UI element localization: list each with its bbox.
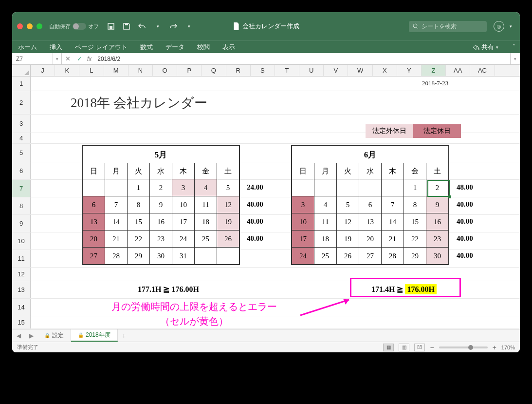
calendar-cell[interactable]: 23 <box>426 231 449 248</box>
calendar-cell[interactable]: 20 <box>83 231 105 248</box>
col-header-R[interactable]: R <box>226 65 251 76</box>
calendar-cell[interactable]: 26 <box>217 231 239 248</box>
calendar-cell[interactable] <box>195 248 217 265</box>
calendar-cell[interactable]: 31 <box>172 248 195 265</box>
search-input[interactable]: シートを検索 <box>409 21 487 32</box>
calendar-cell[interactable]: 15 <box>404 213 426 231</box>
calendar-cell[interactable]: 28 <box>382 248 404 265</box>
row-header-4[interactable]: 4 <box>12 133 31 143</box>
calendar-cell[interactable]: 13 <box>359 213 382 231</box>
calendar-cell[interactable]: 10 <box>292 213 314 231</box>
add-sheet-button[interactable]: + <box>118 332 130 340</box>
row-header-11[interactable]: 11 <box>12 250 31 267</box>
expand-formula-bar[interactable]: ▾ <box>510 53 520 64</box>
sheet-tab-settings[interactable]: 🔒設定 <box>37 329 71 342</box>
row-header-1[interactable]: 1 <box>12 77 31 91</box>
calendar-cell[interactable]: 4 <box>195 179 217 196</box>
calendar-cell[interactable]: 20 <box>359 231 382 248</box>
calendar-cell[interactable]: 17 <box>292 231 314 248</box>
user-dropdown[interactable]: ▾ <box>506 22 515 31</box>
calendar-cell[interactable]: 16 <box>150 213 172 231</box>
row-header-15[interactable]: 15 <box>12 316 31 328</box>
col-header-V[interactable]: V <box>324 65 348 76</box>
row-header-12[interactable]: 12 <box>12 268 31 281</box>
calendar-cell[interactable] <box>217 248 239 265</box>
col-header-O[interactable]: O <box>153 65 177 76</box>
row-header-3[interactable]: 3 <box>12 115 31 133</box>
undo-icon[interactable] <box>138 22 147 31</box>
view-page-layout-button[interactable]: ▥ <box>399 344 409 351</box>
calendar-cell[interactable]: 18 <box>314 231 337 248</box>
calendar-cell[interactable]: 29 <box>128 248 150 265</box>
calendar-cell[interactable] <box>83 179 105 196</box>
calendar-cell[interactable]: 8 <box>404 196 426 213</box>
calendar-cell[interactable]: 1 <box>404 179 426 196</box>
col-header-L[interactable]: L <box>79 65 104 76</box>
calendar-cell[interactable] <box>337 179 359 196</box>
calendar-cell[interactable]: 1 <box>128 179 150 196</box>
calendar-cell[interactable]: 9 <box>426 196 449 213</box>
calendar-cell[interactable]: 15 <box>128 213 150 231</box>
calendar-cell[interactable]: 6 <box>359 196 382 213</box>
col-header-J[interactable]: J <box>31 65 55 76</box>
redo-dropdown[interactable]: ▾ <box>184 22 193 31</box>
col-header-W[interactable]: W <box>348 65 372 76</box>
tab-home[interactable]: ホーム <box>17 42 38 53</box>
calendar-cell[interactable]: 3 <box>172 179 195 196</box>
calendar-cell[interactable]: 7 <box>105 196 128 213</box>
calendar-cell[interactable]: 27 <box>359 248 382 265</box>
calendar-cell[interactable] <box>382 179 404 196</box>
calendar-cell[interactable]: 7 <box>382 196 404 213</box>
calendar-cell[interactable]: 29 <box>404 248 426 265</box>
name-box-dropdown[interactable]: ▾ <box>53 53 62 64</box>
col-header-N[interactable]: N <box>128 65 153 76</box>
calendar-cell[interactable] <box>314 179 337 196</box>
calendar-cell[interactable]: 22 <box>128 231 150 248</box>
calendar-cell[interactable]: 5 <box>217 179 239 196</box>
save-icon[interactable] <box>122 22 131 31</box>
view-normal-button[interactable]: ▦ <box>383 344 394 351</box>
calendar-cell[interactable]: 27 <box>83 248 105 265</box>
calendar-cell[interactable]: 12 <box>337 213 359 231</box>
calendar-cell[interactable]: 14 <box>382 213 404 231</box>
ribbon-collapse-button[interactable]: ˆ <box>513 43 515 51</box>
minimize-window-button[interactable] <box>27 23 33 29</box>
col-header-S[interactable]: S <box>251 65 275 76</box>
col-header-Y[interactable]: Y <box>397 65 422 76</box>
confirm-formula-button[interactable]: ✓ <box>73 53 85 64</box>
row-header-6[interactable]: 6 <box>12 162 31 179</box>
tab-view[interactable]: 表示 <box>221 42 236 53</box>
calendar-cell[interactable]: 16 <box>426 213 449 231</box>
col-header-AA[interactable]: AA <box>446 65 470 76</box>
calendar-cell[interactable]: 9 <box>150 196 172 213</box>
col-header-AC[interactable]: AC <box>470 65 495 76</box>
calendar-cell[interactable]: 23 <box>150 231 172 248</box>
redo-icon[interactable] <box>169 22 178 31</box>
sheet-nav-next[interactable]: ▶ <box>25 332 37 339</box>
calendar-cell[interactable]: 13 <box>83 213 105 231</box>
undo-dropdown[interactable]: ▾ <box>153 22 162 31</box>
calendar-cell[interactable]: 17 <box>172 213 195 231</box>
maximize-window-button[interactable] <box>37 23 42 29</box>
calendar-cell[interactable]: 4 <box>314 196 337 213</box>
col-header-U[interactable]: U <box>299 65 324 76</box>
calendar-cell[interactable]: 28 <box>105 248 128 265</box>
tab-review[interactable]: 校閲 <box>196 42 211 53</box>
sheet-tab-2018[interactable]: 🔒2018年度 <box>71 329 118 342</box>
select-all-corner[interactable] <box>12 65 31 76</box>
formula-input[interactable]: 2018/6/2 <box>93 56 510 62</box>
calendar-cell[interactable]: 14 <box>105 213 128 231</box>
col-header-X[interactable]: X <box>373 65 397 76</box>
tab-data[interactable]: データ <box>165 42 185 53</box>
col-header-T[interactable]: T <box>275 65 299 76</box>
row-header-8[interactable]: 8 <box>12 197 31 214</box>
calendar-cell[interactable]: 26 <box>337 248 359 265</box>
row-header-9[interactable]: 9 <box>12 215 31 232</box>
tab-page-layout[interactable]: ページ レイアウト <box>74 42 128 53</box>
calendar-cell[interactable]: 11 <box>314 213 337 231</box>
calendar-cell[interactable]: 8 <box>128 196 150 213</box>
autosave-toggle[interactable]: 自動保存 オフ <box>49 23 99 30</box>
calendar-cell[interactable]: 25 <box>314 248 337 265</box>
col-header-P[interactable]: P <box>177 65 202 76</box>
home-icon[interactable] <box>107 22 115 31</box>
